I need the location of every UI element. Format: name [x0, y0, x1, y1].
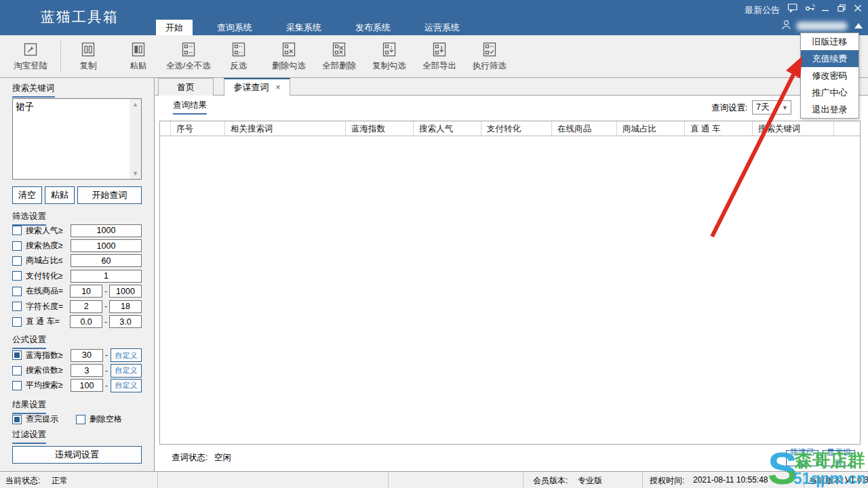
range-dash: -	[102, 302, 109, 311]
scroll-up-icon[interactable]: ▲	[130, 100, 141, 109]
filter-value-input[interactable]	[71, 254, 142, 267]
nav-tab-query-system[interactable]: 查询系统	[208, 20, 262, 35]
toolbar-button-select-all[interactable]: 全选/全不选	[163, 41, 214, 72]
toolbar-button-label: 复制	[80, 60, 97, 72]
filter-min-input[interactable]	[70, 285, 102, 298]
restore-button[interactable]	[835, 3, 848, 14]
filter-value-input[interactable]	[71, 239, 142, 252]
tab-home[interactable]: 首页	[158, 78, 214, 96]
checkbox[interactable]	[76, 415, 85, 424]
custom-button[interactable]: 自定义	[111, 348, 142, 362]
toolbar-button-delete-checked[interactable]: 删除勾选	[264, 41, 314, 72]
close-button[interactable]	[852, 3, 864, 14]
column-header-bluesea[interactable]: 蓝海指数	[346, 121, 414, 136]
toolbar: 淘宝登陆 复制 粘贴	[0, 35, 868, 78]
result-options-row: 查完提示 删除空格	[12, 413, 142, 425]
display-settings-button[interactable]: 显示设置	[823, 450, 855, 466]
feedback-button[interactable]	[787, 3, 799, 14]
filter-label: 字符长度=	[26, 301, 70, 312]
filter-value-input[interactable]	[71, 224, 142, 237]
filter-max-input[interactable]	[109, 315, 142, 328]
checkbox[interactable]	[12, 302, 22, 311]
menu-item-change-password[interactable]: 修改密码	[801, 67, 859, 84]
toolbar-button-copy-checked[interactable]: 复制勾选	[364, 41, 414, 72]
clear-button[interactable]: 清空	[12, 186, 42, 204]
toolbar-button-execute-filter[interactable]: 执行筛选	[465, 41, 515, 72]
nav-tab-start[interactable]: 开始	[156, 20, 193, 35]
toolbar-button-export-all[interactable]: 全部导出	[414, 41, 465, 72]
range-dash: -	[103, 350, 110, 360]
start-query-button[interactable]: 开始查词	[77, 186, 142, 204]
toolbar-button-label: 执行筛选	[473, 60, 507, 72]
filter-row-online-products: 在线商品= -	[12, 284, 142, 299]
column-header-popularity[interactable]: 搜索人气	[414, 121, 481, 136]
range-dash: -	[103, 366, 110, 375]
filter-state-button[interactable]: 筛选已关	[786, 450, 818, 466]
main-panel: 首页 参谋查词 × 查询结果 查询设置: 7天 ▼ 序号 相关搜索词 蓝海指数 …	[155, 78, 868, 471]
custom-button[interactable]: 自定义	[111, 364, 142, 378]
announcement-link[interactable]: 最新公告	[745, 4, 780, 16]
paste-keywords-button[interactable]: 粘贴	[45, 186, 75, 204]
filter-min-input[interactable]	[70, 315, 102, 328]
execute-filter-icon	[481, 41, 498, 58]
checkbox[interactable]	[12, 226, 22, 235]
toolbar-button-label: 复制勾选	[372, 60, 406, 72]
query-period-select[interactable]: 7天 ▼	[752, 100, 791, 115]
column-header-mall-ratio[interactable]: 商城占比	[617, 121, 685, 136]
keyword-textarea[interactable]: 裙子	[13, 99, 130, 179]
checkbox[interactable]	[12, 415, 22, 424]
keyword-scrollbar[interactable]: ▲ ▼	[130, 99, 141, 179]
checkbox[interactable]	[12, 317, 22, 327]
tab-consult-query[interactable]: 参谋查词 ×	[224, 78, 290, 96]
member-value: 专业版	[578, 475, 602, 487]
nav-tab-collect-system[interactable]: 采集系统	[277, 20, 331, 35]
filter-value-input[interactable]	[71, 270, 142, 283]
column-header-online[interactable]: 在线商品	[552, 121, 617, 136]
column-header-related[interactable]: 相关搜索词	[225, 121, 346, 136]
toolbar-button-paste[interactable]: 粘贴	[113, 41, 163, 72]
query-status: 查词状态: 空闲	[172, 452, 231, 464]
filter-max-input[interactable]	[109, 300, 142, 313]
toolbar-button-copy[interactable]: 复制	[63, 41, 113, 72]
menu-item-promotion-center[interactable]: 推广中心	[801, 84, 859, 101]
checkbox[interactable]	[12, 241, 22, 251]
minimize-button[interactable]	[819, 3, 831, 14]
column-header-seq[interactable]: 序号	[171, 121, 225, 136]
column-header-conversion[interactable]: 支付转化	[481, 121, 552, 136]
menu-item-logout[interactable]: 退出登录	[801, 101, 859, 118]
nav-tab-publish-system[interactable]: 发布系统	[346, 20, 400, 35]
formula-value-input[interactable]	[71, 364, 103, 377]
column-header-ztc[interactable]: 直 通 车	[685, 121, 753, 136]
toolbar-button-delete-all[interactable]: 全部删除	[314, 41, 364, 72]
option-label: 删除空格	[90, 413, 122, 425]
toolbar-button-invert-selection[interactable]: 反选	[214, 41, 264, 72]
scroll-down-icon[interactable]: ▼	[130, 169, 141, 178]
settings-button[interactable]	[804, 3, 816, 14]
nav-tab-operate-system[interactable]: 运营系统	[415, 20, 469, 35]
filter-min-input[interactable]	[70, 300, 102, 313]
menu-item-recharge-renew[interactable]: 充值续费	[801, 50, 859, 67]
formula-value-input[interactable]	[71, 379, 103, 392]
user-account-menu-trigger[interactable]	[781, 19, 863, 33]
custom-button[interactable]: 自定义	[111, 379, 142, 392]
toolbar-button-label: 全选/全不选	[166, 60, 211, 72]
column-header-keyword[interactable]: 搜索关键词	[753, 121, 834, 136]
formula-value-input[interactable]	[71, 349, 103, 362]
violation-words-button[interactable]: 违规词设置	[12, 446, 142, 464]
checkbox[interactable]	[12, 381, 22, 390]
tab-close-icon[interactable]: ×	[275, 83, 280, 92]
checkbox[interactable]	[12, 271, 22, 281]
auth-value: 2021-08-11 10:55:48	[693, 475, 768, 485]
filter-label: 在线商品=	[26, 285, 70, 297]
tab-label: 参谋查词	[233, 81, 269, 94]
column-header-blank	[834, 121, 860, 136]
menu-item-old-version-migrate[interactable]: 旧版迁移	[801, 33, 859, 50]
checkbox[interactable]	[12, 287, 22, 296]
filter-max-input[interactable]	[109, 285, 142, 298]
checkbox[interactable]	[12, 366, 22, 375]
toolbar-button-taobao-login[interactable]: 淘宝登陆	[3, 41, 58, 72]
checkbox[interactable]	[12, 256, 22, 266]
statusbar-separator	[157, 472, 158, 488]
state-label: 当前状态:	[5, 475, 40, 487]
checkbox[interactable]	[12, 350, 22, 360]
